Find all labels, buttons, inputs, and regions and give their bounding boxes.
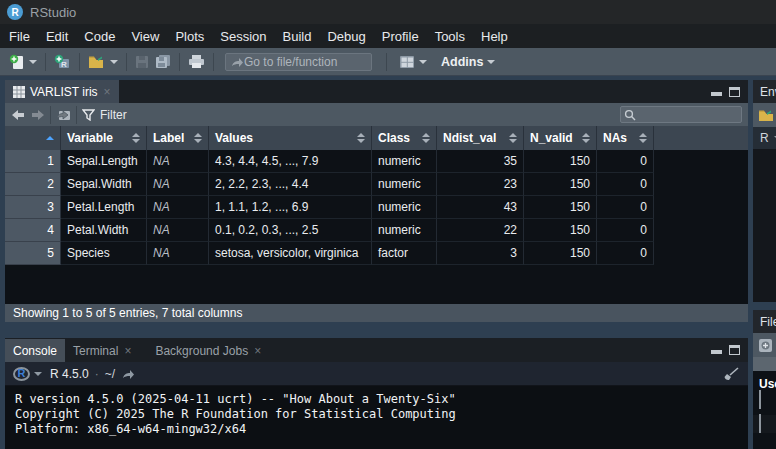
cell-variable: Sepal.Width [61, 173, 147, 196]
new-file-caret-icon [29, 60, 37, 64]
addins-button[interactable]: Addins [430, 53, 498, 71]
table-row[interactable]: 4 Petal.Width NA 0.1, 0.2, 0.3, ..., 2.5… [5, 219, 748, 242]
entries-summary: Showing 1 to 5 of 5 entries, 7 total col… [13, 306, 242, 320]
minimize-pane-icon[interactable] [711, 350, 722, 354]
tab-close-icon[interactable]: × [254, 344, 261, 358]
files-pane: Files User [753, 310, 776, 449]
col-header-label[interactable]: Label [147, 126, 209, 150]
maximize-pane-icon[interactable] [729, 345, 740, 355]
tab-files[interactable]: Files [760, 315, 776, 329]
environment-r-dropdown[interactable]: R [753, 127, 776, 149]
row-number: 2 [5, 173, 61, 196]
menu-tools[interactable]: Tools [427, 24, 473, 48]
tab-environment[interactable]: Envi [760, 85, 776, 99]
cell-class: numeric [372, 173, 437, 196]
working-directory-label[interactable]: ~/ [105, 367, 115, 381]
filter-button[interactable]: Filter [82, 108, 127, 122]
printer-icon [188, 54, 205, 69]
table-empty-area [5, 265, 748, 304]
cell-ndist-val: 3 [437, 242, 524, 265]
menu-file[interactable]: File [1, 24, 38, 48]
open-file-caret-icon [110, 60, 118, 64]
col-header-rownum[interactable] [5, 126, 61, 150]
cell-values: 0.1, 0.2, 0.3, ..., 2.5 [209, 219, 372, 242]
variables-table: Variable Label Values Class Ndist_val N_… [5, 126, 748, 322]
tab-terminal[interactable]: Terminal × [65, 339, 139, 362]
col-header-nas[interactable]: NAs [597, 126, 654, 150]
table-row[interactable]: 5 Species NA setosa, versicolor, virgini… [5, 242, 748, 265]
cell-variable: Petal.Length [61, 196, 147, 219]
environment-pane: Envi R [753, 80, 776, 302]
cell-variable: Petal.Width [61, 219, 147, 242]
open-in-new-window-button[interactable] [56, 108, 71, 121]
back-button[interactable] [11, 109, 26, 121]
open-file-button[interactable] [85, 53, 121, 71]
open-wd-arrow-icon[interactable] [121, 368, 136, 380]
menu-profile[interactable]: Profile [374, 24, 427, 48]
goto-file-function-box[interactable] [225, 53, 372, 71]
goto-arrow-icon [230, 56, 244, 68]
file-row[interactable] [753, 391, 776, 409]
minimize-pane-icon[interactable] [711, 92, 722, 96]
menu-session[interactable]: Session [212, 24, 274, 48]
save-all-button[interactable] [152, 52, 174, 71]
table-search-box[interactable] [620, 106, 742, 123]
menu-build[interactable]: Build [275, 24, 320, 48]
sort-icon [505, 133, 517, 143]
col-header-values[interactable]: Values [209, 126, 372, 150]
files-path-label: User [753, 371, 776, 391]
console-pane: Console Terminal × Background Jobs × R R… [5, 338, 748, 449]
source-tabbar: VARLIST iris × [5, 80, 748, 103]
files-tabbar: Files [753, 310, 776, 333]
tab-label: VARLIST iris [30, 85, 98, 99]
table-row[interactable]: 1 Sepal.Length NA 4.3, 4.4, 4.5, ..., 7.… [5, 150, 748, 173]
cell-nas: 0 [597, 219, 654, 242]
cell-variable: Sepal.Length [61, 150, 147, 173]
sort-icon [418, 133, 430, 143]
new-file-button[interactable] [6, 52, 40, 72]
col-header-n-valid[interactable]: N_valid [524, 126, 597, 150]
maximize-pane-icon[interactable] [729, 87, 740, 97]
file-checkbox[interactable] [759, 390, 761, 409]
menu-code[interactable]: Code [76, 24, 123, 48]
new-project-button[interactable]: R [51, 52, 74, 72]
tab-varlist-iris[interactable]: VARLIST iris × [5, 80, 119, 103]
new-blank-file-icon[interactable] [758, 338, 773, 353]
table-row[interactable]: 3 Petal.Length NA 1, 1.1, 1.2, ..., 6.9 … [5, 196, 748, 219]
col-header-class[interactable]: Class [372, 126, 437, 150]
cell-class: numeric [372, 196, 437, 219]
toolbar-separator [76, 106, 77, 124]
goto-file-function-input[interactable] [244, 55, 362, 69]
menu-help[interactable]: Help [473, 24, 516, 48]
menu-edit[interactable]: Edit [38, 24, 76, 48]
workspace-panes-button[interactable] [396, 53, 430, 71]
print-button[interactable] [185, 52, 208, 71]
load-workspace-folder-icon[interactable] [758, 109, 775, 122]
save-button[interactable] [132, 53, 152, 71]
toolbar-separator [50, 106, 51, 124]
save-icon [135, 55, 149, 69]
menu-plots[interactable]: Plots [167, 24, 212, 48]
forward-button[interactable] [30, 109, 45, 121]
tab-console[interactable]: Console [5, 339, 65, 362]
menu-debug[interactable]: Debug [319, 24, 373, 48]
col-header-variable[interactable]: Variable [61, 126, 147, 150]
menu-view[interactable]: View [123, 24, 167, 48]
r-version-caret-icon[interactable] [34, 372, 42, 376]
tab-close-icon[interactable]: × [124, 344, 131, 358]
file-row[interactable] [753, 415, 776, 433]
tab-close-icon[interactable]: × [104, 85, 111, 99]
clear-console-button[interactable] [722, 367, 740, 381]
cell-variable: Species [61, 242, 147, 265]
console-line: Copyright (C) 2025 The R Foundation for … [15, 407, 748, 422]
col-header-ndist-val[interactable]: Ndist_val [437, 126, 524, 150]
console-output[interactable]: R version 4.5.0 (2025-04-11 ucrt) -- "Ho… [5, 386, 748, 449]
table-row[interactable]: 2 Sepal.Width NA 2, 2.2, 2.3, ..., 4.4 n… [5, 173, 748, 196]
cell-label: NA [147, 173, 209, 196]
separator-dot: · [95, 367, 99, 381]
console-line: Platform: x86_64-w64-mingw32/x64 [15, 422, 748, 437]
table-search-input[interactable] [636, 109, 736, 121]
file-checkbox[interactable] [759, 414, 761, 433]
tab-background-jobs[interactable]: Background Jobs × [147, 339, 269, 362]
cell-ndist-val: 23 [437, 173, 524, 196]
